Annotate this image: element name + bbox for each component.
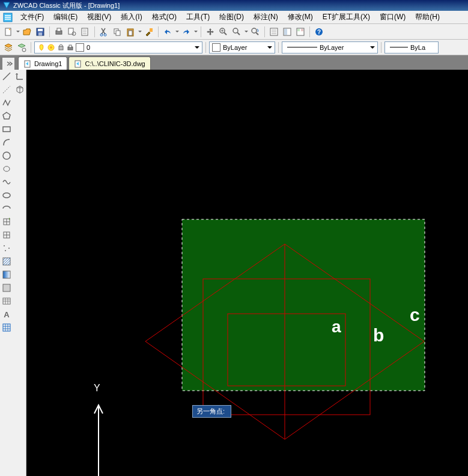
3d-navigate-tool[interactable] [14, 84, 26, 96]
tab-label: Drawing1 [34, 60, 62, 67]
new-dropdown[interactable] [16, 31, 20, 32]
svg-rect-22 [284, 29, 287, 35]
zoom-window-button[interactable] [231, 26, 243, 38]
make-block-tool[interactable] [1, 229, 13, 241]
layer-manager-button[interactable] [2, 41, 14, 53]
svg-rect-49 [3, 324, 10, 331]
pan-button[interactable] [204, 26, 216, 38]
design-center-button[interactable] [281, 26, 293, 38]
dropdown-arrow-icon [370, 46, 375, 49]
svg-rect-6 [57, 28, 61, 31]
layer-combo[interactable]: 0 [34, 41, 202, 53]
zoom-realtime-button[interactable] [217, 26, 229, 38]
ellipse-tool[interactable] [1, 189, 13, 201]
menu-file[interactable]: 文件(F) [16, 11, 49, 23]
svg-rect-7 [68, 28, 73, 34]
circle-tool[interactable] [1, 150, 13, 162]
svg-point-37 [3, 152, 10, 159]
layer-states-button[interactable] [16, 41, 28, 53]
grid-tool[interactable] [1, 322, 13, 334]
separator [278, 42, 279, 53]
paste-dropdown[interactable] [138, 31, 142, 32]
separator [381, 42, 381, 53]
rectangle-tool[interactable] [1, 123, 13, 135]
menu-window[interactable]: 窗口(W) [375, 11, 410, 23]
svg-point-42 [8, 248, 10, 249]
zoom-dropdown[interactable] [245, 31, 248, 32]
construction-line-tool[interactable] [1, 84, 13, 96]
lineweight-combo[interactable]: ByLa [384, 41, 439, 53]
svg-rect-47 [3, 298, 10, 304]
prompt-text: 另一角点: [196, 407, 225, 415]
redo-dropdown[interactable] [194, 31, 198, 32]
menu-help[interactable]: 帮助(H) [410, 11, 445, 23]
point-tool[interactable] [1, 242, 13, 254]
menu-insert[interactable]: 插入(I) [116, 11, 147, 23]
match-properties-button[interactable] [143, 26, 155, 38]
svg-point-30 [50, 46, 52, 49]
tab-scroll-left[interactable] [2, 58, 14, 70]
drawing-canvas[interactable]: a b c Y 另一角点: [26, 70, 468, 476]
copy-button[interactable] [111, 26, 123, 38]
zoom-previous-button[interactable] [249, 26, 261, 38]
redo-button[interactable] [180, 26, 192, 38]
drawing-icon [74, 60, 82, 68]
menu-draw[interactable]: 绘图(D) [214, 11, 249, 23]
hatch-tool[interactable] [1, 255, 13, 267]
gradient-tool[interactable] [1, 269, 13, 281]
tab-clinic3d[interactable]: C:\..\CLINIC-3D.dwg [68, 56, 150, 70]
separator [309, 26, 310, 37]
undo-button[interactable] [162, 26, 174, 38]
properties-button[interactable] [268, 26, 280, 38]
new-button[interactable] [2, 26, 14, 38]
selection-window [182, 219, 425, 391]
menu-format[interactable]: 格式(O) [147, 11, 181, 23]
save-button[interactable] [34, 26, 46, 38]
tab-drawing1[interactable]: Drawing1 [18, 56, 67, 70]
ucs-icon: Y [94, 383, 103, 476]
document-tabs: Drawing1 C:\..\CLINIC-3D.dwg [0, 55, 468, 70]
color-combo[interactable]: ByLayer [209, 41, 275, 53]
insert-block-tool[interactable] [1, 216, 13, 228]
svg-text:A: A [4, 310, 10, 319]
publish-button[interactable] [79, 26, 91, 38]
command-prompt: 另一角点: [192, 405, 231, 418]
svg-rect-24 [297, 29, 300, 31]
menu-edit[interactable]: 编辑(E) [49, 11, 82, 23]
revision-cloud-tool[interactable] [1, 163, 13, 175]
preview-button[interactable] [66, 26, 78, 38]
menu-dimension[interactable]: 标注(N) [249, 11, 283, 23]
arc-tool[interactable] [1, 136, 13, 148]
menu-tools[interactable]: 工具(T) [181, 11, 214, 23]
line-tool[interactable] [1, 70, 13, 82]
svg-point-18 [233, 28, 238, 33]
open-button[interactable] [21, 26, 33, 38]
region-tool[interactable] [1, 282, 13, 294]
text-tool[interactable]: A [1, 308, 13, 320]
polygon-tool[interactable] [1, 110, 13, 122]
svg-point-41 [4, 245, 5, 246]
print-button[interactable] [53, 26, 65, 38]
spline-tool[interactable] [1, 176, 13, 188]
dropdown-arrow-icon [195, 46, 199, 49]
ucs-icon-tool[interactable] [14, 70, 26, 82]
drawing-icon [23, 60, 32, 68]
menu-bar: 文件(F) 编辑(E) 视图(V) 插入(I) 格式(O) 工具(T) 绘图(D… [0, 11, 468, 24]
paste-button[interactable] [124, 26, 136, 38]
lineweight-preview [390, 47, 408, 47]
app-menu-icon[interactable] [2, 12, 13, 23]
layer-color-swatch [76, 43, 84, 52]
menu-view[interactable]: 视图(V) [82, 11, 116, 23]
polyline-tool[interactable] [1, 97, 13, 109]
cut-button[interactable] [98, 26, 110, 38]
menu-et-tools[interactable]: ET扩展工具(X) [318, 11, 375, 23]
linetype-combo[interactable]: ByLayer [282, 41, 378, 53]
ellipse-arc-tool[interactable] [1, 203, 13, 215]
help-button[interactable]: ? [313, 26, 325, 38]
table-tool[interactable] [1, 295, 13, 307]
svg-rect-13 [116, 31, 120, 35]
undo-dropdown[interactable] [175, 31, 179, 32]
tool-palettes-button[interactable] [294, 26, 306, 38]
svg-rect-25 [301, 29, 303, 31]
menu-modify[interactable]: 修改(M) [283, 11, 318, 23]
